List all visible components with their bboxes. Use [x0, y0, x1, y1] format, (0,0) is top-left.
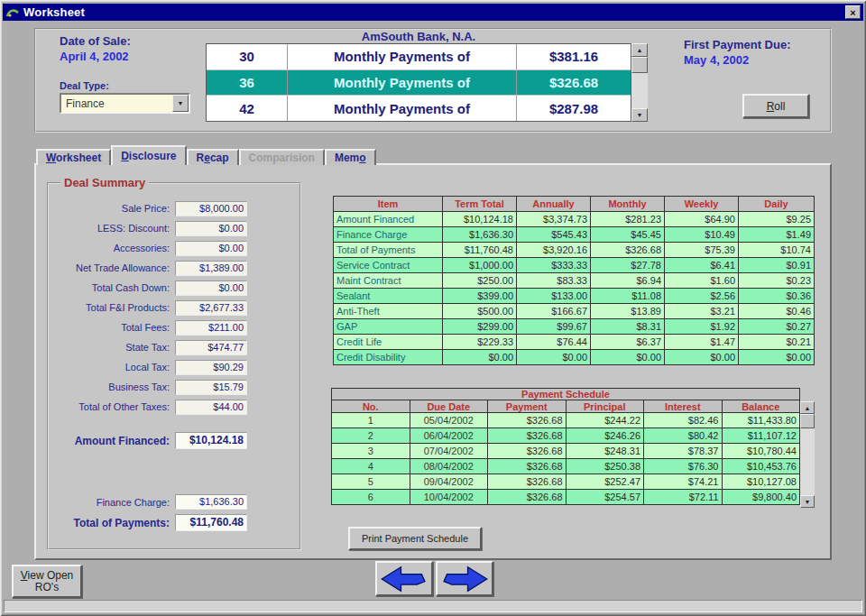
deal-summary-field-row: Total Fees:$211.00 — [51, 317, 299, 337]
fee-cell: Credit Disability — [334, 350, 443, 365]
deal-type-select[interactable]: Finance ▼ — [60, 93, 190, 114]
schedule-cell: 09/04/2002 — [410, 474, 488, 490]
schedule-cell: 4 — [332, 459, 410, 474]
view-open-ros-button[interactable]: View OpenRO's — [12, 565, 82, 598]
roll-button[interactable]: Roll — [742, 94, 809, 118]
field-value-input[interactable]: $0.00 — [175, 221, 247, 236]
field-label: Total of Other Taxes: — [51, 401, 170, 412]
tab-memo[interactable]: Memo — [325, 149, 376, 165]
fee-cell: $3,374.73 — [517, 212, 591, 227]
schedule-col-header: Due Date — [410, 400, 488, 413]
amount-financed-value: $10,124.18 — [175, 432, 247, 449]
field-value-input[interactable]: $474.77 — [175, 340, 247, 355]
schedule-scrollbar[interactable]: ▲ ▼ — [800, 401, 815, 508]
schedule-row: 408/04/2002$326.68$250.38$76.30$10,453.7… — [332, 459, 800, 474]
fee-cell: $0.00 — [443, 350, 517, 365]
payment-option-row[interactable]: 30Monthly Payments of$381.16 — [207, 44, 631, 70]
scroll-up-icon[interactable]: ▲ — [800, 401, 815, 414]
field-value-input[interactable]: $211.00 — [175, 320, 247, 336]
chevron-down-icon[interactable]: ▼ — [172, 95, 189, 112]
field-value-input[interactable]: $8,000.00 — [175, 201, 247, 216]
fee-cell: $64.90 — [665, 212, 739, 227]
close-icon[interactable]: × — [845, 5, 861, 19]
fee-cell: $0.27 — [739, 319, 815, 335]
fee-row: Credit Life$229.33$76.44$6.37$1.47$0.21 — [334, 335, 815, 350]
schedule-cell: 10/04/2002 — [410, 490, 488, 505]
fee-cell: $75.39 — [665, 243, 739, 258]
fee-cell: $1,000.00 — [443, 258, 517, 273]
fee-cell: $1.92 — [665, 319, 739, 335]
payment-option-term: 30 — [207, 44, 288, 69]
view-open-ros-line2: RO's — [35, 582, 59, 593]
schedule-cell: $252.47 — [566, 474, 644, 490]
fee-col-header: Item — [334, 197, 443, 212]
schedule-col-header: Payment — [488, 400, 567, 413]
fee-cell: $250.00 — [443, 273, 517, 289]
scrollbar-thumb[interactable] — [631, 57, 648, 73]
bank-name: AmSouth Bank, N.A. — [206, 30, 631, 43]
app-icon — [6, 6, 19, 19]
fee-cell: $10.49 — [665, 227, 739, 243]
fee-cell: $229.33 — [443, 335, 517, 350]
fee-cell: $11.08 — [591, 289, 665, 304]
status-bar — [4, 600, 862, 612]
fee-cell: Amount Financed — [334, 212, 443, 227]
schedule-cell: $326.68 — [488, 459, 567, 474]
schedule-cell: $80.42 — [644, 428, 723, 444]
deal-summary-title: Deal Summary — [60, 176, 149, 189]
tab-worksheet[interactable]: Worksheet — [36, 149, 111, 165]
scroll-down-icon[interactable]: ▼ — [800, 495, 815, 508]
fee-cell: Credit Life — [334, 335, 443, 350]
schedule-cell: $326.68 — [488, 474, 567, 490]
payment-option-row[interactable]: 42Monthly Payments of$287.98 — [207, 96, 631, 121]
scroll-up-icon[interactable]: ▲ — [631, 43, 648, 57]
fee-cell: $0.00 — [665, 350, 739, 365]
payment-option-row[interactable]: 36Monthly Payments of$326.68 — [207, 70, 631, 97]
field-label: Sale Price: — [51, 203, 170, 214]
field-value-input[interactable]: $44.00 — [175, 400, 247, 415]
fee-col-header: Daily — [739, 197, 815, 212]
fee-cell: $0.00 — [591, 350, 665, 365]
scroll-down-icon[interactable]: ▼ — [631, 108, 648, 122]
schedule-cell: 05/04/2002 — [410, 413, 488, 428]
payment-list-scrollbar[interactable]: ▲ ▼ — [631, 43, 648, 122]
field-label: State Tax: — [51, 342, 170, 353]
next-button[interactable] — [436, 561, 493, 596]
fee-cell: $1.49 — [739, 227, 815, 243]
field-value-input[interactable]: $15.79 — [175, 380, 247, 395]
fee-cell: $11,760.48 — [443, 243, 517, 258]
fee-cell: $281.23 — [591, 212, 665, 227]
schedule-row: 105/04/2002$326.68$244.22$82.46$11,433.8… — [332, 413, 800, 428]
field-value-input[interactable]: $2,677.33 — [175, 300, 247, 316]
tab-disclosure[interactable]: Disclosure — [111, 145, 186, 165]
date-of-sale-label: Date of Sale: — [60, 34, 131, 48]
previous-button[interactable] — [375, 561, 433, 596]
schedule-cell: 08/04/2002 — [410, 459, 488, 474]
scrollbar-thumb[interactable] — [800, 414, 815, 428]
fee-cell: $3.21 — [665, 304, 739, 319]
payment-options-list: 30Monthly Payments of$381.1636Monthly Pa… — [206, 43, 631, 122]
schedule-cell: $326.68 — [488, 413, 567, 428]
schedule-cell: 2 — [332, 428, 410, 444]
deal-summary-field-row: Total of Other Taxes:$44.00 — [51, 397, 299, 417]
print-payment-schedule-button[interactable]: Print Payment Schedule — [348, 527, 482, 550]
scrollbar-track[interactable] — [631, 73, 648, 108]
view-open-ros-line1: View Open — [21, 570, 74, 582]
scrollbar-track[interactable] — [800, 428, 815, 495]
fee-cell: $0.46 — [739, 304, 815, 319]
field-value-input[interactable]: $1,389.00 — [175, 261, 247, 276]
fee-row: Anti-Theft$500.00$166.67$13.89$3.21$0.46 — [334, 304, 815, 319]
tab-recap[interactable]: Recap — [187, 149, 239, 165]
field-value-input[interactable]: $0.00 — [175, 241, 247, 256]
deal-summary-field-row: Net Trade Allowance:$1,389.00 — [51, 258, 299, 278]
field-value-input[interactable]: $90.29 — [175, 360, 247, 375]
schedule-cell: $10,127.08 — [722, 474, 800, 490]
schedule-cell: $254.57 — [566, 490, 644, 505]
fee-col-header: Term Total — [443, 197, 517, 212]
tab-strip: WorksheetDisclosureRecapComparisionMemo — [36, 145, 376, 165]
field-value-input[interactable]: $0.00 — [175, 280, 247, 296]
arrow-left-icon — [379, 565, 429, 593]
schedule-title: Payment Schedule — [332, 389, 800, 400]
schedule-cell: $11,107.12 — [722, 428, 800, 444]
schedule-row: 307/04/2002$326.68$248.31$78.37$10,780.4… — [332, 444, 800, 459]
